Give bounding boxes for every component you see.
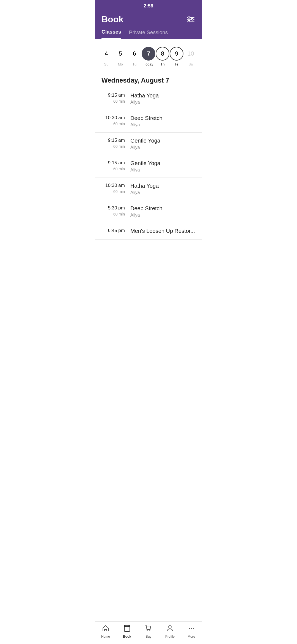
class-item-3[interactable]: 9:15 am 60 min Gentle Yoga Aliya [95, 155, 202, 178]
calendar-day-7-today[interactable]: 7 Today [141, 45, 155, 69]
day-label: Su [104, 62, 109, 66]
class-item-5[interactable]: 5:30 pm 60 min Deep Stretch Aliya [95, 200, 202, 223]
class-time-0: 9:15 am 60 min [101, 92, 130, 103]
svg-point-1 [188, 17, 190, 18]
tab-private-sessions[interactable]: Private Sessions [129, 29, 168, 39]
class-item-6[interactable]: 6:45 pm Men's Loosen Up Restor... [95, 223, 202, 240]
filter-icon [187, 17, 194, 23]
class-item-0[interactable]: 9:15 am 60 min Hatha Yoga Aliya [95, 88, 202, 110]
day-number: 4 [105, 50, 108, 57]
tabs-container: Classes Private Sessions [95, 24, 202, 39]
day-number: 6 [133, 50, 136, 57]
day-label: Sa [188, 62, 193, 66]
day-number: 9 [175, 50, 178, 57]
class-info-6: Men's Loosen Up Restor... [130, 228, 196, 234]
day-label: Th [161, 62, 165, 66]
calendar-day-8[interactable]: 8 Th [156, 45, 170, 69]
day-number: 5 [119, 50, 122, 57]
class-info-2: Gentle Yoga Aliya [130, 138, 196, 150]
class-item-2[interactable]: 9:15 am 60 min Gentle Yoga Aliya [95, 133, 202, 155]
class-info-4: Hatha Yoga Aliya [130, 183, 196, 195]
class-time-1: 10:30 am 60 min [101, 115, 130, 126]
calendar-day-9[interactable]: 9 Fr [170, 45, 184, 69]
class-time-6: 6:45 pm [101, 228, 130, 234]
class-list: 9:15 am 60 min Hatha Yoga Aliya 10:30 am… [95, 88, 202, 240]
day-label: Tu [133, 62, 137, 66]
tab-classes[interactable]: Classes [101, 29, 121, 39]
svg-point-5 [188, 20, 190, 22]
svg-point-3 [191, 18, 193, 20]
class-info-1: Deep Stretch Aliya [130, 115, 196, 127]
class-time-4: 10:30 am 60 min [101, 183, 130, 194]
day-label: Mo [118, 62, 123, 66]
day-label: Fr [175, 62, 178, 66]
calendar-day-4[interactable]: 4 Su [99, 45, 113, 69]
calendar-day-5[interactable]: 5 Mo [113, 45, 127, 69]
status-bar: 2:58 [95, 0, 202, 11]
calendar-day-10[interactable]: 10 Sa [184, 45, 198, 69]
calendar-day-6[interactable]: 6 Tu [127, 45, 141, 69]
day-label: Today [144, 62, 153, 66]
calendar-strip: 4 Su 5 Mo 6 Tu 7 Today 8 Th 9 Fr 10 [95, 39, 202, 71]
day-number: 10 [187, 50, 194, 57]
filter-button[interactable] [186, 15, 196, 24]
class-item-1[interactable]: 10:30 am 60 min Deep Stretch Aliya [95, 110, 202, 133]
day-number: 8 [161, 50, 164, 57]
class-time-2: 9:15 am 60 min [101, 138, 130, 149]
class-time-5: 5:30 pm 60 min [101, 205, 130, 216]
class-item-4[interactable]: 10:30 am 60 min Hatha Yoga Aliya [95, 178, 202, 200]
class-info-3: Gentle Yoga Aliya [130, 160, 196, 173]
class-info-0: Hatha Yoga Aliya [130, 92, 196, 105]
class-info-5: Deep Stretch Aliya [130, 205, 196, 218]
header: Book [95, 11, 202, 24]
status-time: 2:58 [144, 3, 153, 9]
class-time-3: 9:15 am 60 min [101, 160, 130, 171]
date-heading: Wednesday, August 7 [95, 71, 202, 88]
page-title: Book [101, 14, 123, 24]
